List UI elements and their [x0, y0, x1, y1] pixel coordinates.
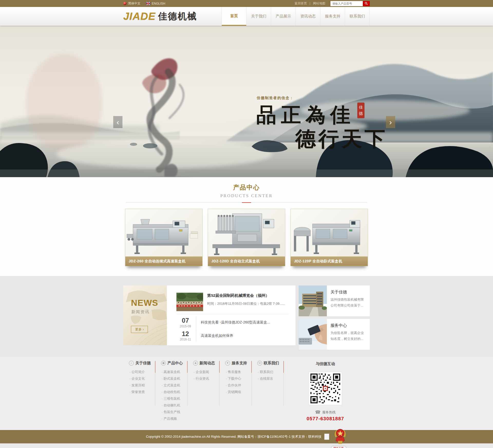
footer-link[interactable]: 高速装盒机	[162, 369, 187, 375]
news-list-item[interactable]: 07 2015-09 科技抢先看 -温州佳德JDZ-260型高速装盒...	[176, 316, 289, 329]
news-date: 2016-11	[176, 338, 194, 341]
news-item-title[interactable]: 高速装盒机如何保养	[201, 333, 233, 338]
nav-item-news[interactable]: 资讯动态	[296, 7, 320, 26]
search-icon	[365, 2, 368, 5]
about-card-text: 温州佳德包装机械有限公司有限公司坐落于...	[330, 297, 367, 309]
footer-link[interactable]: 自动捆扎机	[162, 402, 187, 409]
footer-col-service-title[interactable]: ♥服务支持	[220, 360, 251, 366]
footer-link[interactable]: 自动枕包机	[162, 389, 187, 395]
main-nav: 首页 关于我们 产品展示 资讯动态 服务支持 联系我们	[222, 7, 370, 26]
nav-item-contact[interactable]: 联系我们	[345, 7, 370, 26]
product-card-jdz120d[interactable]: JDZ-120D 全自动立式装盒机	[208, 209, 285, 266]
featured-news-meta: 时间：2016年11月05日-08日展位：包装2馆 7-39......	[207, 301, 285, 306]
section-divider	[126, 202, 367, 203]
phone-icon: ☏	[257, 361, 262, 366]
news-section: NEWS 新闻资讯 更多 ›	[0, 276, 493, 357]
news-item-title[interactable]: 科技抢先看 -温州佳德JDZ-260型高速装盒...	[201, 320, 270, 325]
lang-en-label: ENGLISH	[152, 2, 165, 5]
product-image-jdz120d	[208, 209, 285, 256]
footer-link[interactable]: 卧式装盒机	[162, 375, 187, 382]
footer-link[interactable]: 合作伙伴	[226, 382, 251, 389]
featured-news-title[interactable]: 第52届全国制药机械博览会（福州）	[207, 293, 285, 298]
back-home-link[interactable]: 返回首页	[295, 1, 307, 6]
footer-col-about-title[interactable]: ⌂关于佳德	[123, 360, 155, 366]
news-block-subtitle: 新闻资讯	[131, 309, 167, 315]
hotline-phone-icon: ☎	[315, 409, 320, 415]
top-bar: 简体中文 ENGLISH 返回首页 ｜ 网站地图	[0, 0, 493, 7]
footer-link[interactable]: 售后服务	[226, 369, 251, 375]
footer-col-news: ◈新闻动态 企业新闻 行业资讯	[187, 360, 219, 422]
featured-news-item[interactable]: 第52届全国制药机械博览会（福州） 时间：2016年11月05日-08日展位：包…	[176, 293, 289, 311]
footer-link[interactable]: 在线留言	[258, 375, 283, 382]
red-seal-stamp: 佳 德	[357, 103, 364, 118]
footer-col-contact-title[interactable]: ☏联系我们	[252, 360, 283, 366]
banner-calligraphy-line1: 品正為佳	[256, 102, 355, 129]
seal-char-1: 佳	[359, 104, 363, 110]
footer-link[interactable]: 包装生产线	[162, 409, 187, 415]
product-card-jdz260[interactable]: JDZ-260 全自动连续式高速装盒机	[125, 209, 203, 266]
hotline-number: 0577-63081887	[295, 416, 356, 422]
about-card[interactable]: 关于佳德 温州佳德包装机械有限公司有限公司坐落于...	[299, 285, 370, 316]
product-card-jdz120p[interactable]: JDZ-120P 全自动卧式装盒机	[290, 209, 368, 266]
product-name-bar[interactable]: JDZ-120P 全自动卧式装盒机	[291, 256, 368, 266]
footer-link[interactable]: 企业文化	[129, 375, 155, 382]
banner-prev-arrow[interactable]: ‹	[113, 116, 122, 128]
service-card-title[interactable]: 服务中心	[330, 323, 367, 328]
info-sidebar: 关于佳德 温州佳德包装机械有限公司有限公司坐落于...	[299, 285, 370, 352]
lang-switch-english[interactable]: ENGLISH	[146, 2, 165, 5]
service-card[interactable]: 服务中心 为创造名牌，提高企业知名度，树立良好的...	[299, 319, 370, 350]
company-logo[interactable]: JIADE 佳德机械	[123, 7, 197, 26]
nav-item-service[interactable]: 服务支持	[320, 7, 345, 26]
nav-item-products[interactable]: 产品展示	[271, 7, 296, 26]
bottom-strip	[0, 443, 493, 448]
footer-link[interactable]: 立式装盒机	[162, 382, 187, 389]
news-date-block: 12 2016-11	[176, 330, 196, 342]
house-icon: ⌂	[129, 361, 134, 366]
wechat-qr-code	[309, 372, 342, 405]
footer-link[interactable]: 企业新闻	[194, 369, 219, 375]
nav-item-home[interactable]: 首页	[222, 7, 246, 26]
lang-switch-chinese[interactable]: 简体中文	[123, 1, 140, 6]
copyright-text: Copyright © 2002-2014 jiademachine.cn Al…	[146, 434, 321, 439]
news-more-button[interactable]: 更多 ›	[131, 326, 148, 333]
footer-link[interactable]: 联系我们	[258, 369, 283, 375]
footer-col-products: ▣产品中心 高速装盒机 卧式装盒机 立式装盒机 自动枕包机 三维包装机 自动捆扎…	[155, 360, 187, 422]
footer-col-products-title[interactable]: ▣产品中心	[155, 360, 187, 366]
nav-item-about[interactable]: 关于我们	[246, 7, 271, 26]
footer-link[interactable]: 产品视频	[162, 415, 187, 422]
products-section: 产品中心 PRODUCTS CENTER	[0, 177, 493, 276]
news-list: 第52届全国制药机械博览会（福州） 时间：2016年11月05日-08日展位：包…	[176, 285, 296, 342]
footer-link[interactable]: 行业资讯	[194, 375, 219, 382]
site-footer: ⌂关于佳德 公司简介 企业文化 发展历程 荣誉资质 ▣产品中心 高速装盒机 卧式…	[0, 357, 493, 430]
featured-news-photo	[176, 293, 203, 311]
banner-calligraphy-line2: 德行天下	[295, 125, 388, 153]
box-icon: ▣	[161, 361, 166, 366]
product-image-jdz260	[125, 209, 202, 256]
news-divider	[176, 314, 289, 314]
topbar-divider: ｜	[308, 1, 311, 6]
news-intro-block: NEWS 新闻资讯 更多 ›	[123, 285, 167, 345]
sitemap-link[interactable]: 网站地图	[313, 1, 325, 6]
footer-link[interactable]: 下载中心	[226, 375, 251, 382]
search-input[interactable]	[330, 1, 363, 6]
about-card-title[interactable]: 关于佳德	[330, 290, 367, 295]
gov-emblem-icon	[333, 427, 347, 445]
banner-next-arrow[interactable]: ›	[386, 116, 395, 128]
footer-link[interactable]: 三维包装机	[162, 395, 187, 402]
product-name-bar[interactable]: JDZ-120D 全自动立式装盒机	[208, 256, 285, 266]
footer-col-news-title[interactable]: ◈新闻动态	[187, 360, 219, 366]
china-flag-icon	[123, 2, 127, 5]
service-photo	[299, 319, 327, 350]
footer-link[interactable]: 荣誉资质	[129, 389, 155, 395]
search-button[interactable]	[363, 1, 370, 6]
footer-link[interactable]: 公司简介	[129, 369, 155, 375]
uk-flag-icon	[146, 2, 150, 5]
footer-link[interactable]: 营销网络	[226, 389, 251, 395]
product-name-bar[interactable]: JDZ-260 全自动连续式高速装盒机	[125, 256, 202, 266]
footer-link[interactable]: 发展历程	[129, 382, 155, 389]
site-header: JIADE 佳德机械 首页 关于我们 产品展示 资讯动态 服务支持 联系我们	[0, 7, 493, 26]
products-subtitle: PRODUCTS CENTER	[123, 193, 370, 198]
news-list-item[interactable]: 12 2016-11 高速装盒机如何保养	[176, 330, 289, 342]
news-block-title: NEWS	[131, 298, 167, 308]
gov-badge-label[interactable]: 网络工商	[331, 446, 346, 448]
